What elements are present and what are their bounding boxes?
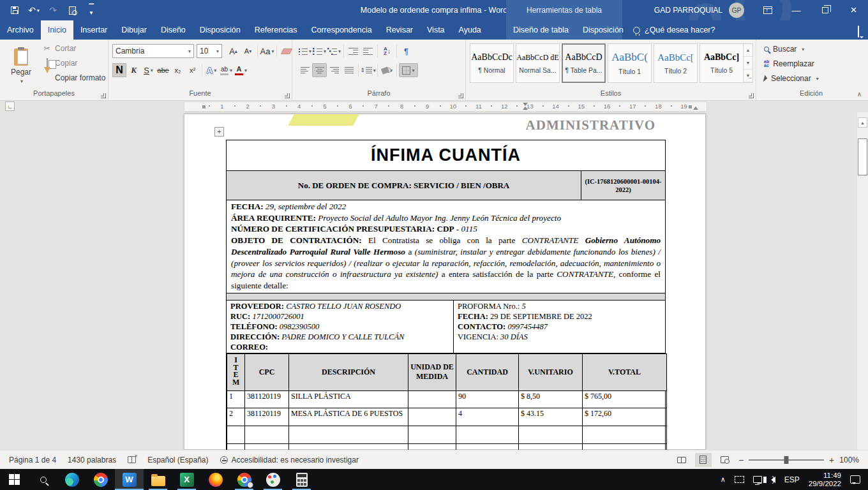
avatar[interactable]: GP (729, 3, 744, 18)
borders-button[interactable]: ▾ (399, 63, 418, 77)
highlight-button[interactable]: ab▾ (219, 63, 234, 77)
tab-referencias[interactable]: Referencias (248, 20, 304, 40)
styles-more-button[interactable]: ▼̲ (744, 70, 752, 82)
ruler-right-indent-marker[interactable] (693, 107, 698, 110)
styles-scroll-up-button[interactable]: ▲ (744, 44, 752, 57)
taskbar-chrome-profile-button[interactable] (230, 469, 258, 490)
page-indicator[interactable]: Página 1 de 4 (9, 456, 56, 464)
subscript-button[interactable]: x₂ (170, 63, 185, 77)
document-page[interactable]: ADMINISTRATIVO + ÍNFIMA CUANTÍA No. DE O… (184, 114, 706, 450)
tab-dibujar[interactable]: Dibujar (114, 20, 154, 40)
align-right-button[interactable] (327, 63, 341, 77)
taskbar-excel-button[interactable]: X (172, 469, 201, 490)
tab-stop-selector[interactable]: ∟ (5, 101, 15, 111)
web-layout-button[interactable] (717, 453, 733, 467)
grow-font-button[interactable]: A▴ (226, 44, 241, 58)
line-spacing-button[interactable]: ⇕▾ (361, 63, 375, 77)
table-move-handle[interactable]: + (214, 127, 224, 137)
accessibility-status[interactable]: Accesibilidad: es necesario investigar (220, 456, 359, 464)
tab-disposicion[interactable]: Disposición (193, 20, 248, 40)
show-paragraph-marks-button[interactable]: ¶ (399, 44, 414, 58)
tab-vista[interactable]: Vista (420, 20, 452, 40)
style-normal[interactable]: AaBbCcDc¶ Normal (470, 43, 514, 83)
zoom-out-button[interactable]: − (738, 455, 744, 465)
zoom-slider-handle[interactable] (784, 456, 789, 464)
clipboard-dialog-launcher[interactable] (101, 93, 106, 98)
keyboard-language[interactable]: ESP (784, 475, 800, 484)
scrollbar-thumb[interactable] (858, 138, 867, 175)
scrollbar-up-button[interactable]: ▲ (858, 117, 867, 128)
font-size-combo[interactable]: 10▾ (197, 44, 222, 58)
taskbar-search-button[interactable] (29, 469, 57, 490)
ruler-strip[interactable]: 12345678910111213141516171819 (184, 101, 707, 112)
taskbar-word-button[interactable]: W (115, 469, 144, 490)
tab-diseno-de-tabla[interactable]: Diseño de tabla (506, 20, 576, 40)
styles-dialog-launcher[interactable] (749, 93, 754, 98)
language-indicator[interactable]: Español (España) (147, 456, 208, 464)
align-left-button[interactable] (297, 63, 312, 77)
undo-button[interactable]: ↶▾ (26, 2, 42, 19)
minimize-button[interactable]: — (782, 0, 811, 20)
taskbar-explorer-button[interactable] (144, 469, 172, 490)
close-button[interactable]: × (839, 0, 868, 20)
tab-ayuda[interactable]: Ayuda (452, 20, 488, 40)
zoom-slider[interactable]: − + (738, 455, 834, 465)
taskbar-edge-button[interactable] (57, 469, 86, 490)
underline-button[interactable]: S▾ (141, 63, 156, 77)
tab-disposicion-tabla[interactable]: Disposición (576, 20, 631, 40)
bullets-button[interactable]: ▾ (297, 44, 312, 58)
superscript-button[interactable]: x² (185, 63, 200, 77)
redo-button[interactable]: ↷ (45, 2, 61, 19)
justify-button[interactable] (341, 63, 356, 77)
collapse-ribbon-button[interactable]: ∧ (857, 91, 862, 98)
save-button[interactable] (6, 2, 23, 19)
zoom-in-button[interactable]: + (829, 455, 834, 465)
cut-button[interactable]: ✂Cortar (42, 42, 76, 55)
print-layout-button[interactable] (695, 453, 712, 467)
increase-indent-button[interactable] (361, 44, 375, 58)
shading-button[interactable]: ▾ (380, 63, 394, 77)
feedback-button[interactable] (858, 26, 859, 38)
font-dialog-launcher[interactable] (285, 93, 290, 98)
tab-revisar[interactable]: Revisar (379, 20, 420, 40)
speaker-icon[interactable] (771, 477, 775, 483)
account-name[interactable]: GAD PARROQUIAL (654, 6, 722, 15)
shrink-font-button[interactable]: A▾ (241, 44, 255, 58)
start-button[interactable] (0, 469, 29, 490)
tab-inicio[interactable]: Inicio (41, 20, 73, 40)
print-preview-button[interactable] (64, 2, 80, 19)
tab-archivo[interactable]: Archivo (0, 20, 41, 40)
paste-button[interactable]: Pegar ▾ (5, 43, 37, 89)
tell-me-box[interactable]: ¿Qué desea hacer? (633, 20, 715, 40)
style-titulo-5[interactable]: AaBbCc]Título 5 (700, 43, 744, 83)
clear-formatting-button[interactable] (279, 44, 294, 58)
style-titulo-1[interactable]: AaBbC(Título 1 (608, 43, 652, 83)
read-mode-button[interactable] (673, 453, 690, 467)
styles-scroll-down-button[interactable]: ▼ (744, 57, 752, 70)
bold-button[interactable]: N (112, 63, 126, 77)
vertical-scrollbar[interactable]: ▲ (857, 112, 868, 450)
customize-qat-button[interactable]: ▔▾ (83, 2, 100, 19)
clock[interactable]: 11:4929/9/2022 (809, 471, 841, 488)
numbering-button[interactable]: ▾ (312, 44, 327, 58)
strikethrough-button[interactable]: abe (156, 63, 170, 77)
multilevel-list-button[interactable]: ▾ (327, 44, 341, 58)
zoom-level[interactable]: 100% (839, 456, 859, 464)
taskbar-chrome-button[interactable] (86, 469, 115, 490)
proofing-status[interactable] (128, 456, 136, 463)
format-painter-button[interactable]: Copiar formato (42, 71, 105, 84)
style-normal-sa[interactable]: AaBbCcD dENormal Sa... (516, 43, 560, 83)
style-titulo-2[interactable]: AaBbCc[Título 2 (654, 43, 698, 83)
sort-button[interactable]: AZ↓ (380, 44, 394, 58)
taskbar-paint-button[interactable] (258, 469, 287, 490)
ribbon-display-options-button[interactable] (753, 0, 782, 20)
font-name-combo[interactable]: Cambria▾ (112, 44, 194, 58)
tab-diseno[interactable]: Diseño (154, 20, 193, 40)
zoom-slider-track[interactable] (749, 459, 824, 461)
action-center-icon[interactable] (850, 475, 860, 484)
word-count[interactable]: 1430 palabras (68, 456, 116, 464)
find-button[interactable]: Buscar▾ (764, 43, 804, 56)
font-color-button[interactable]: A▾ (234, 63, 248, 77)
taskbar-calculator-button[interactable] (287, 469, 316, 490)
ruler-table-marker[interactable] (202, 105, 206, 108)
